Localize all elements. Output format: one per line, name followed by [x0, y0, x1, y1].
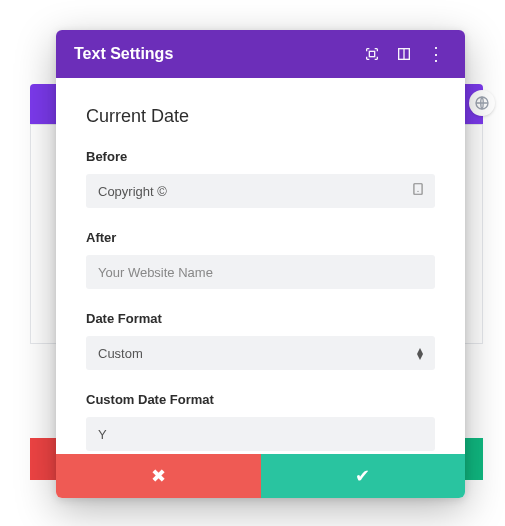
cancel-button[interactable]: ✖	[56, 454, 261, 498]
layout-icon[interactable]	[393, 43, 415, 65]
before-label: Before	[86, 149, 435, 164]
field-before: Before	[86, 149, 435, 208]
check-icon: ✔	[355, 465, 370, 487]
date-format-label: Date Format	[86, 311, 435, 326]
date-format-value: Custom	[98, 346, 143, 361]
expand-icon[interactable]	[361, 43, 383, 65]
field-date-format: Date Format Custom ▴▾	[86, 311, 435, 370]
dynamic-content-icon[interactable]	[411, 182, 425, 200]
modal-title: Text Settings	[74, 45, 351, 63]
custom-date-format-label: Custom Date Format	[86, 392, 435, 407]
more-icon[interactable]: ⋮	[425, 43, 447, 65]
svg-rect-1	[369, 51, 374, 56]
modal-footer: ✖ ✔	[56, 454, 465, 498]
confirm-button[interactable]: ✔	[261, 454, 466, 498]
modal-body: Current Date Before After Date Format Cu…	[56, 78, 465, 454]
field-custom-date-format: Custom Date Format	[86, 392, 435, 451]
custom-date-format-input[interactable]	[86, 417, 435, 451]
svg-point-5	[417, 191, 418, 192]
text-settings-modal: Text Settings ⋮ Current Date Before Afte…	[56, 30, 465, 498]
field-after: After	[86, 230, 435, 289]
before-input[interactable]	[86, 174, 435, 208]
select-caret-icon: ▴▾	[417, 347, 423, 359]
globe-icon	[469, 90, 495, 116]
modal-header: Text Settings ⋮	[56, 30, 465, 78]
section-title: Current Date	[86, 106, 435, 127]
after-label: After	[86, 230, 435, 245]
svg-rect-4	[414, 184, 422, 195]
date-format-select[interactable]: Custom ▴▾	[86, 336, 435, 370]
close-icon: ✖	[151, 465, 166, 487]
after-input[interactable]	[86, 255, 435, 289]
